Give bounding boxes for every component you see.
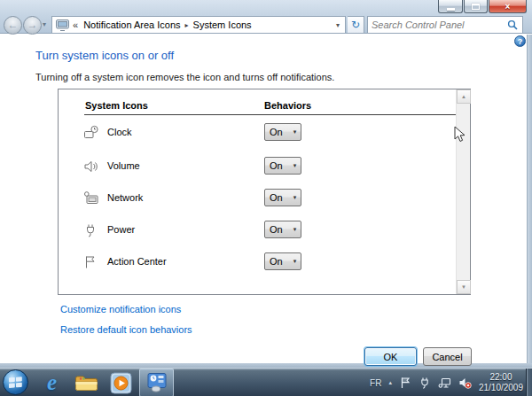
flag-icon <box>399 377 411 389</box>
chevron-down-icon: ▾ <box>289 194 301 201</box>
link-customize-notification-icons[interactable]: Customize notification icons <box>60 304 181 314</box>
page-title: Turn system icons on or off <box>35 49 174 62</box>
row-label: Power <box>107 224 135 235</box>
tray-clock[interactable]: 22:00 21/10/2009 <box>479 372 523 393</box>
dropdown-value: On <box>265 192 289 203</box>
behavior-dropdown-clock[interactable]: On ▾ <box>264 123 301 141</box>
window-frame-right <box>527 35 532 363</box>
chevron-down-icon: ▾ <box>289 128 301 136</box>
maximize-button[interactable] <box>464 0 488 13</box>
row-label: Action Center <box>107 256 167 267</box>
system-icons-panel: System Icons Behaviors Clock On ▾ Volume… <box>58 89 471 295</box>
behavior-dropdown-action-center[interactable]: On ▾ <box>264 252 301 270</box>
system-tray: FR ▴ <box>370 369 523 396</box>
network-icon <box>83 190 99 206</box>
windows-logo-icon <box>8 376 23 389</box>
page-subtitle: Turning off a system icon removes the ic… <box>35 72 334 82</box>
taskbar-internet-explorer-button[interactable]: e <box>35 369 68 396</box>
scroll-up-icon: ▲ <box>461 94 466 99</box>
start-button[interactable] <box>3 369 28 395</box>
ok-button[interactable]: OK <box>364 347 417 366</box>
row-action-center: Action Center On ▾ <box>59 252 456 272</box>
volume-icon <box>83 159 99 175</box>
forward-button[interactable]: → <box>23 16 42 35</box>
tray-action-center[interactable] <box>399 377 411 389</box>
scroll-down-icon: ▼ <box>461 284 466 290</box>
tray-network[interactable] <box>438 377 451 389</box>
language-indicator[interactable]: FR <box>370 378 381 388</box>
address-dropdown-icon[interactable]: ▾ <box>332 21 343 29</box>
behavior-dropdown-power[interactable]: On ▾ <box>264 221 301 238</box>
control-panel-icon <box>146 372 168 393</box>
breadcrumb-overflow-icon[interactable]: « <box>69 19 80 30</box>
power-icon <box>83 222 99 238</box>
back-button[interactable]: ← <box>4 16 22 35</box>
column-header-behaviors: Behaviors <box>264 100 311 111</box>
tray-volume-muted[interactable] <box>458 377 472 389</box>
taskbar: e FR ▴ <box>0 368 532 396</box>
show-desktop-button[interactable] <box>526 369 532 396</box>
chevron-down-icon: ▾ <box>289 162 301 169</box>
row-clock: Clock On ▾ <box>59 123 456 143</box>
row-power: Power On ▾ <box>59 221 456 240</box>
clock-icon <box>83 125 99 141</box>
minimize-button[interactable] <box>438 0 463 13</box>
clock-date: 21/10/2009 <box>479 383 523 393</box>
header-divider <box>84 114 456 115</box>
dropdown-value: On <box>265 256 289 267</box>
chevron-up-icon: ▴ <box>388 379 392 385</box>
panel-scrollbar[interactable]: ▲ ▼ <box>456 89 470 294</box>
chevron-down-icon: ▾ <box>289 226 301 233</box>
media-player-icon <box>110 372 132 394</box>
scroll-down-button[interactable]: ▼ <box>457 280 471 294</box>
dropdown-value: On <box>265 160 289 171</box>
internet-explorer-icon: e <box>47 371 57 394</box>
behavior-dropdown-volume[interactable]: On ▾ <box>264 157 301 175</box>
screen: { "window": { "help_glyph": "?", "captio… <box>0 0 532 396</box>
row-volume: Volume On ▾ <box>59 157 456 176</box>
taskbar-explorer-button[interactable] <box>70 369 103 396</box>
row-network: Network On ▾ <box>59 189 456 208</box>
row-label: Volume <box>107 160 140 171</box>
power-plug-icon <box>419 377 431 389</box>
window-titlebar[interactable]: × ← → ▾ « Notification Area Icons ▸ Syst… <box>0 0 532 34</box>
cancel-button[interactable]: Cancel <box>423 347 472 366</box>
forward-icon: → <box>27 19 38 31</box>
chevron-down-icon: ▾ <box>289 258 301 265</box>
taskbar-control-panel-button-active[interactable] <box>139 369 174 396</box>
column-header-system-icons: System Icons <box>85 100 148 111</box>
network-icon <box>438 377 451 389</box>
close-button[interactable]: × <box>489 0 527 13</box>
control-panel-mini-icon <box>56 19 69 31</box>
clock-time: 22:00 <box>479 372 523 383</box>
show-hidden-icons-button[interactable]: ▴ <box>388 379 392 386</box>
chevron-down-icon: ▾ <box>43 20 46 28</box>
folder-icon <box>74 374 98 392</box>
row-label: Network <box>107 192 143 203</box>
tray-power[interactable] <box>419 377 431 389</box>
refresh-icon: ↻ <box>351 19 360 31</box>
scroll-up-button[interactable]: ▲ <box>457 89 471 104</box>
volume-mute-icon <box>458 377 472 389</box>
help-icon: ? <box>518 37 523 46</box>
maximize-icon <box>472 4 480 10</box>
taskbar-media-player-button[interactable] <box>105 369 137 396</box>
behavior-dropdown-network[interactable]: On ▾ <box>264 189 301 206</box>
history-dropdown[interactable]: ▾ <box>43 20 46 28</box>
search-icon[interactable] <box>507 19 519 31</box>
close-icon: × <box>505 2 511 12</box>
back-icon: ← <box>8 19 19 31</box>
breadcrumb-item-notification-area-icons[interactable]: Notification Area Icons <box>80 19 184 30</box>
search-box[interactable] <box>367 16 523 34</box>
breadcrumb[interactable]: « Notification Area Icons ▸ System Icons… <box>51 16 346 34</box>
refresh-button[interactable]: ↻ <box>348 16 364 34</box>
dropdown-value: On <box>265 224 289 235</box>
flag-icon <box>83 254 99 270</box>
breadcrumb-item-system-icons[interactable]: System Icons <box>190 19 255 30</box>
search-input[interactable] <box>372 19 507 30</box>
dropdown-value: On <box>265 127 289 137</box>
link-restore-default-icon-behaviors[interactable]: Restore default icon behaviors <box>60 324 192 335</box>
caption-buttons: × <box>437 0 527 13</box>
minimize-icon <box>447 8 455 11</box>
help-button[interactable]: ? <box>514 35 526 47</box>
